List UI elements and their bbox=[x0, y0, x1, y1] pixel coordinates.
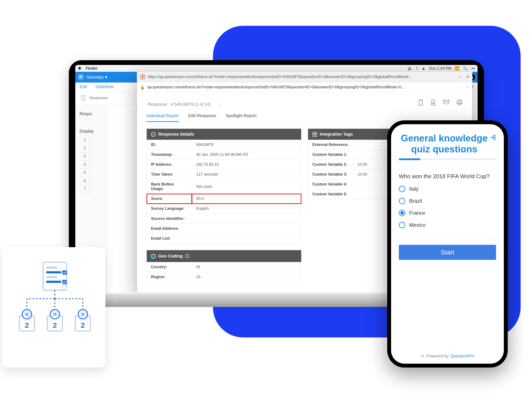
progress-bar bbox=[399, 158, 496, 160]
powered-by: ⚙ Powered by QuestionPro bbox=[421, 353, 475, 359]
detail-row: Back Button Usage:Not used bbox=[147, 180, 301, 194]
panel-heading: Response Details bbox=[158, 132, 194, 137]
svg-rect-6 bbox=[46, 267, 57, 269]
app-logo-icon[interactable]: P bbox=[78, 74, 84, 80]
tab-individual-report[interactable]: Individual Report bbox=[146, 113, 179, 122]
table-row: 3 bbox=[80, 152, 90, 161]
chrome-titlebar: https://qa.questionpro.com/a/frame.do?mo… bbox=[137, 72, 472, 82]
audio-icon: 🔈 bbox=[408, 66, 412, 71]
gear-icon: ⚙ bbox=[421, 353, 424, 359]
responses-heading-fragment: Respo bbox=[75, 105, 107, 116]
globe-icon: 🌐 bbox=[151, 254, 156, 259]
radio-icon bbox=[399, 186, 405, 192]
score-row: Score:50.0 bbox=[147, 194, 301, 204]
panel-heading: Integration Tags bbox=[320, 132, 353, 137]
radio-icon bbox=[399, 222, 405, 228]
geo-coding-panel: 🌐 Geo Coding ⓘ Country:IN Region:16 bbox=[146, 250, 301, 282]
questionpro-link[interactable]: QuestionPro bbox=[450, 353, 474, 359]
table-row: 7 bbox=[80, 185, 90, 193]
detail-row: IP Address:182.70.83.15 bbox=[147, 160, 301, 170]
quiz-option[interactable]: Brazil bbox=[399, 198, 496, 204]
responses-tab[interactable]: Responses bbox=[89, 96, 108, 100]
svg-text:2: 2 bbox=[25, 321, 29, 329]
report-tabs: Individual Report Edit Response Spotligh… bbox=[137, 108, 472, 122]
table-row: 1 bbox=[80, 136, 90, 144]
svg-rect-4 bbox=[458, 103, 461, 105]
search-icon: 🔍 bbox=[463, 66, 468, 71]
detail-row: Timestamp:30 Jan, 2020 11:54:08 AM IST bbox=[147, 150, 301, 160]
help-icon[interactable]: ⓘ bbox=[185, 253, 190, 259]
quiz-options: Italy Brazil France Mexico bbox=[399, 186, 496, 228]
detail-row: Email List: bbox=[147, 234, 301, 243]
tab-spotlight-report[interactable]: Spotlight Report bbox=[226, 113, 256, 122]
radio-icon bbox=[399, 210, 405, 216]
detail-row: Survey Language:English bbox=[147, 204, 301, 214]
table-row: 6 bbox=[80, 177, 90, 185]
divider bbox=[399, 237, 496, 237]
detail-row: Time Taken:117 seconds bbox=[147, 170, 301, 180]
quiz-option[interactable]: Italy bbox=[399, 186, 496, 192]
bluetooth-icon: ᚼ bbox=[416, 66, 418, 71]
print-icon[interactable] bbox=[456, 99, 463, 107]
svg-rect-8 bbox=[46, 276, 57, 278]
geo-row: Region:16 bbox=[147, 272, 301, 282]
svg-text:>: > bbox=[81, 311, 84, 317]
svg-rect-7 bbox=[46, 271, 61, 273]
menu-icon: ≔ bbox=[471, 66, 475, 71]
finder-label: Finder bbox=[86, 66, 97, 71]
tag-icon: ⌘ bbox=[312, 132, 317, 137]
nav-edit[interactable]: Edit bbox=[80, 84, 87, 89]
radio-icon bbox=[399, 198, 405, 204]
branching-logic-card: < 2 = 2 > 2 bbox=[2, 247, 105, 367]
panel-heading: Geo Coding bbox=[158, 254, 183, 259]
start-button[interactable]: Start bbox=[399, 245, 496, 260]
source-identifier-heading: Source Identifier: bbox=[147, 214, 301, 224]
row-index-table: 1 2 3 4 5 6 7 bbox=[80, 136, 90, 193]
export-excel-icon[interactable] bbox=[431, 99, 436, 107]
chrome-address-bar[interactable]: 🔒 qa.questionpro.com/a/frame.do?mode=res… bbox=[137, 82, 472, 92]
response-meta: # 54616879 (1 of 14) bbox=[171, 102, 211, 107]
quiz-title: General knowledge quiz questions bbox=[399, 133, 490, 155]
svg-rect-3 bbox=[457, 101, 462, 104]
clock: Sun 1:44 PM bbox=[429, 66, 451, 71]
table-row: 2 bbox=[80, 144, 90, 152]
responses-icon[interactable] bbox=[80, 94, 87, 102]
svg-text:2: 2 bbox=[81, 321, 85, 329]
response-details-panel: ✓ Response Details ID:54616879 Timestamp… bbox=[146, 129, 301, 243]
apple-logo-icon: 🟆 bbox=[78, 66, 82, 71]
display-heading-fragment: Display bbox=[80, 129, 107, 134]
signal-icon: 📶 bbox=[455, 66, 460, 71]
close-icon[interactable]: ✕ bbox=[466, 74, 469, 79]
option-label: France bbox=[409, 210, 425, 216]
address-text: qa.questionpro.com/a/frame.do?mode=respo… bbox=[147, 85, 463, 89]
minimize-icon[interactable]: — bbox=[458, 74, 462, 79]
chrome-favicon-icon bbox=[140, 74, 145, 80]
page-title: Response # 54616879 (1 of 14) › bbox=[146, 99, 221, 108]
exit-icon[interactable] bbox=[490, 133, 496, 142]
svg-text:=: = bbox=[53, 311, 56, 317]
detail-row: Email Address: bbox=[147, 224, 301, 234]
quiz-option[interactable]: France bbox=[399, 210, 496, 216]
option-label: Mexico bbox=[409, 222, 425, 228]
svg-text:<: < bbox=[25, 311, 28, 317]
option-label: Brazil bbox=[409, 198, 422, 204]
next-response-icon[interactable]: › bbox=[219, 101, 221, 107]
lock-icon: 🔒 bbox=[140, 85, 145, 90]
quiz-option[interactable]: Mexico bbox=[399, 222, 496, 228]
svg-text:2: 2 bbox=[53, 321, 57, 329]
quiz-question: Who won the 2018 FIFA World Cup? bbox=[399, 173, 496, 180]
table-row: 5 bbox=[80, 169, 90, 177]
check-circle-icon: ✓ bbox=[151, 132, 156, 137]
option-label: Italy bbox=[409, 186, 419, 192]
mac-menu-bar: 🟆 Finder 🔈 ᚼ ▲ Sun 1:44 PM 📶 🔍 ≔ bbox=[75, 65, 478, 72]
svg-rect-1 bbox=[443, 100, 449, 104]
star-icon[interactable]: ☆ bbox=[466, 85, 469, 90]
svg-rect-12 bbox=[62, 285, 67, 290]
nav-distribute[interactable]: Distribute bbox=[95, 84, 114, 89]
export-pdf-icon[interactable] bbox=[418, 99, 424, 107]
tab-edit-response[interactable]: Edit Response bbox=[188, 113, 216, 122]
surveys-dropdown[interactable]: Surveys bbox=[87, 74, 107, 80]
wifi-icon: ▲ bbox=[422, 66, 425, 71]
detail-row: ID:54616879 bbox=[147, 140, 301, 150]
email-icon[interactable] bbox=[443, 99, 450, 107]
